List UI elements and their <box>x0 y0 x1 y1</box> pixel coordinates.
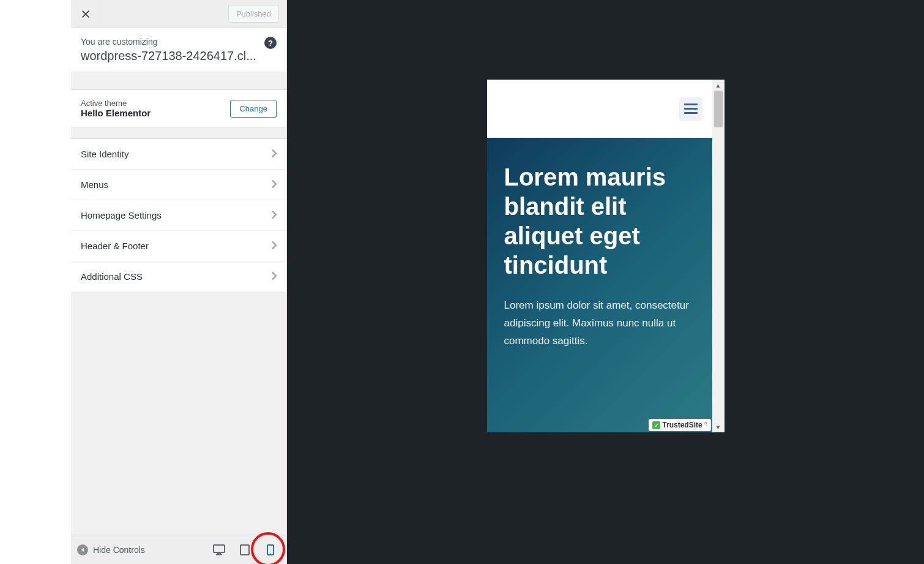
svg-rect-0 <box>214 545 225 552</box>
sidebar-footer: Hide Controls <box>71 535 286 564</box>
tablet-preview-button[interactable] <box>235 540 255 560</box>
chevron-right-icon <box>270 270 278 283</box>
hero-section: Lorem mauris blandit elit aliquet eget t… <box>487 138 712 432</box>
customizer-sidebar: Published You are customizing wordpress-… <box>71 0 287 564</box>
hamburger-line <box>684 103 698 105</box>
spacer <box>71 72 286 89</box>
chevron-right-icon <box>270 148 278 160</box>
customizer-menu: Site Identity Menus Homepage Settings He… <box>71 138 286 292</box>
active-theme-label: Active theme <box>81 99 151 108</box>
svg-rect-3 <box>240 545 249 555</box>
mobile-preview-frame: Lorem mauris blandit elit aliquet eget t… <box>487 80 725 432</box>
desktop-icon <box>213 544 225 555</box>
trusted-site-badge[interactable]: ✓ TrustedSite° <box>649 419 710 431</box>
menu-additional-css[interactable]: Additional CSS <box>71 261 286 292</box>
spacer <box>71 127 286 138</box>
theme-name: Hello Elementor <box>81 108 151 118</box>
chevron-right-icon <box>270 178 278 191</box>
hide-controls-button[interactable]: Hide Controls <box>77 544 145 555</box>
sidebar-header: Published <box>71 0 286 28</box>
chevron-right-icon <box>270 209 278 222</box>
hamburger-menu-button[interactable] <box>679 97 702 121</box>
preview-area: Lorem mauris blandit elit aliquet eget t… <box>287 0 924 564</box>
customizing-label: You are customizing <box>81 37 277 47</box>
scroll-down-icon[interactable]: ▼ <box>712 421 725 432</box>
close-icon <box>80 9 91 20</box>
collapse-icon <box>77 544 88 555</box>
customizing-info: You are customizing wordpress-727138-242… <box>71 28 286 72</box>
hero-title: Lorem mauris blandit elit aliquet eget t… <box>504 162 695 280</box>
trusted-label: TrustedSite <box>662 421 702 429</box>
mobile-content[interactable]: Lorem mauris blandit elit aliquet eget t… <box>487 80 712 432</box>
scroll-thumb[interactable] <box>714 91 723 127</box>
menu-label: Additional CSS <box>81 271 143 282</box>
hamburger-line <box>684 108 698 110</box>
close-button[interactable] <box>71 0 100 28</box>
menu-site-identity[interactable]: Site Identity <box>71 138 286 170</box>
hide-controls-label: Hide Controls <box>93 545 145 555</box>
blank-margin <box>0 0 71 564</box>
mobile-preview-button[interactable] <box>261 540 280 560</box>
active-theme-block: Active theme Hello Elementor Change <box>71 89 286 127</box>
hamburger-line <box>684 112 698 114</box>
menu-label: Header & Footer <box>81 241 149 251</box>
chevron-right-icon <box>270 239 278 252</box>
menu-menus[interactable]: Menus <box>71 170 286 200</box>
svg-rect-1 <box>217 553 221 554</box>
published-button[interactable]: Published <box>228 5 279 23</box>
svg-rect-2 <box>216 554 222 555</box>
preview-scrollbar[interactable]: ▲ ▼ <box>712 80 725 432</box>
menu-label: Homepage Settings <box>81 210 162 220</box>
svg-point-5 <box>270 553 271 554</box>
site-header <box>487 80 712 138</box>
hero-text: Lorem ipsum dolor sit amet, consectetur … <box>504 297 695 350</box>
scroll-up-icon[interactable]: ▲ <box>712 80 725 91</box>
help-icon[interactable]: ? <box>264 37 277 49</box>
menu-homepage-settings[interactable]: Homepage Settings <box>71 200 286 231</box>
tablet-icon <box>240 544 250 555</box>
change-theme-button[interactable]: Change <box>230 100 277 118</box>
menu-label: Menus <box>81 179 108 190</box>
mobile-icon <box>267 544 274 555</box>
desktop-preview-button[interactable] <box>209 540 229 560</box>
menu-label: Site Identity <box>81 149 129 159</box>
menu-header-footer[interactable]: Header & Footer <box>71 231 286 261</box>
check-icon: ✓ <box>652 421 660 429</box>
device-switcher <box>209 540 280 560</box>
site-url: wordpress-727138-2426417.cl... <box>81 49 277 63</box>
